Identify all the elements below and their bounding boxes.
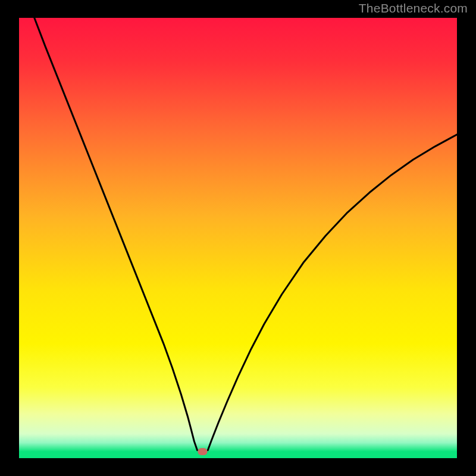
plot-area [19, 18, 457, 458]
minimum-marker [198, 448, 207, 455]
chart-svg [0, 0, 476, 476]
chart-container: TheBottleneck.com [0, 0, 476, 476]
watermark-text: TheBottleneck.com [359, 1, 468, 15]
plot-background [19, 18, 457, 458]
